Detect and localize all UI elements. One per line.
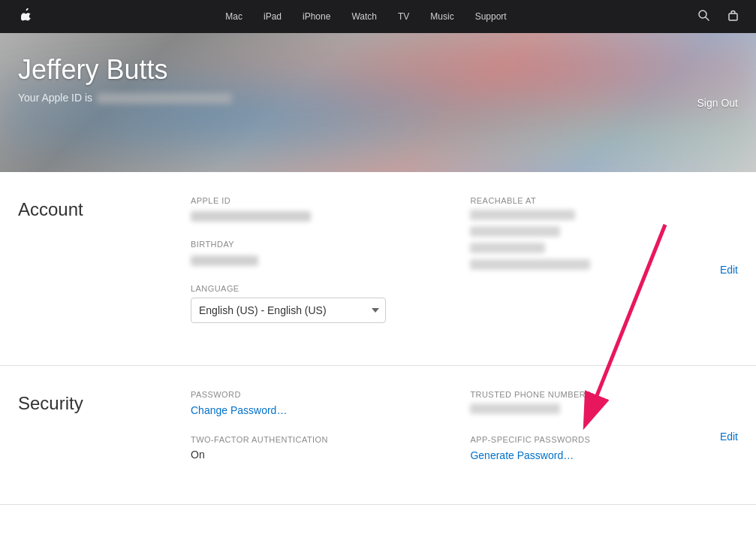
nav-link-watch[interactable]: Watch — [341, 11, 387, 22]
account-section-body: APPLE ID BIRTHDAY LANGUAGE Englis — [191, 196, 738, 341]
trusted-phone-label: TRUSTED PHONE NUMBERS — [470, 390, 719, 399]
apple-logo-icon[interactable] — [11, 8, 42, 25]
account-left-col: APPLE ID BIRTHDAY LANGUAGE Englis — [191, 196, 470, 341]
reachable-at-field: REACHABLE AT — [470, 196, 719, 271]
security-right-col: TRUSTED PHONE NUMBERS APP-SPECIFIC PASSW… — [470, 390, 719, 480]
nav-link-support[interactable]: Support — [465, 11, 517, 22]
svg-rect-2 — [729, 14, 737, 20]
password-field-label: PASSWORD — [191, 390, 440, 399]
hero-section: Jeffery Butts Your Apple ID is Sign Out — [0, 33, 756, 172]
apple-id-field-value — [191, 210, 440, 222]
nav-link-music[interactable]: Music — [420, 11, 464, 22]
reachable-item-4 — [470, 259, 590, 270]
nav-link-mac[interactable]: Mac — [215, 11, 253, 22]
birthday-blurred — [191, 255, 258, 266]
security-edit-button[interactable]: Edit — [720, 390, 738, 480]
account-section-label: Account — [18, 196, 191, 341]
nav-link-iphone[interactable]: iPhone — [292, 11, 341, 22]
trusted-phone-field: TRUSTED PHONE NUMBERS — [470, 390, 719, 417]
account-section: Account APPLE ID BIRTHDAY — [0, 172, 756, 366]
account-right-col: REACHABLE AT — [470, 196, 719, 341]
language-select[interactable]: English (US) - English (US) — [191, 298, 386, 323]
search-icon[interactable] — [691, 10, 717, 24]
security-section: Security PASSWORD Change Password… TWO-F… — [0, 366, 756, 505]
nav-link-ipad[interactable]: iPad — [253, 11, 292, 22]
security-section-label: Security — [18, 390, 191, 480]
reachable-item-1 — [470, 210, 575, 220]
security-section-body: PASSWORD Change Password… TWO-FACTOR AUT… — [191, 390, 738, 480]
app-passwords-field: APP-SPECIFIC PASSWORDS Generate Password… — [470, 435, 719, 462]
svg-line-1 — [706, 17, 709, 20]
user-name: Jeffery Butts — [18, 54, 232, 86]
nav-link-tv[interactable]: TV — [387, 11, 420, 22]
sign-out-button[interactable]: Sign Out — [697, 97, 738, 109]
language-field-label: LANGUAGE — [191, 284, 440, 293]
app-passwords-label: APP-SPECIFIC PASSWORDS — [470, 435, 719, 444]
apple-id-prefix-text: Your Apple ID is — [18, 92, 92, 104]
language-field: LANGUAGE English (US) - English (US) — [191, 284, 440, 323]
birthday-field: BIRTHDAY — [191, 240, 440, 265]
nav-links: Mac iPad iPhone Watch TV Music Support — [42, 11, 691, 22]
change-password-link[interactable]: Change Password… — [191, 404, 287, 416]
apple-id-blurred — [191, 211, 311, 222]
reachable-item-3 — [470, 243, 545, 253]
apple-id-field: APPLE ID — [191, 196, 440, 222]
password-field: PASSWORD Change Password… — [191, 390, 440, 417]
apple-id-field-label: APPLE ID — [191, 196, 440, 205]
tfa-field-value: On — [191, 449, 440, 461]
birthday-field-value — [191, 253, 440, 265]
reachable-at-label: REACHABLE AT — [470, 196, 719, 205]
navigation: Mac iPad iPhone Watch TV Music Support — [0, 0, 756, 33]
birthday-field-label: BIRTHDAY — [191, 240, 440, 249]
hero-content: Jeffery Butts Your Apple ID is — [18, 54, 232, 104]
reachable-item-2 — [470, 226, 560, 237]
main-content: Account APPLE ID BIRTHDAY — [0, 172, 756, 505]
nav-icon-group — [691, 10, 746, 24]
apple-id-line: Your Apple ID is — [18, 92, 232, 104]
bag-icon[interactable] — [720, 10, 746, 24]
tfa-field: TWO-FACTOR AUTHENTICATION On — [191, 435, 440, 461]
apple-id-value-blurred — [97, 93, 232, 104]
reachable-at-values — [470, 210, 719, 271]
tfa-field-label: TWO-FACTOR AUTHENTICATION — [191, 435, 440, 444]
generate-password-link[interactable]: Generate Password… — [470, 449, 574, 461]
security-left-col: PASSWORD Change Password… TWO-FACTOR AUT… — [191, 390, 470, 480]
account-edit-button[interactable]: Edit — [720, 196, 738, 341]
trusted-phone-blurred — [470, 403, 560, 414]
